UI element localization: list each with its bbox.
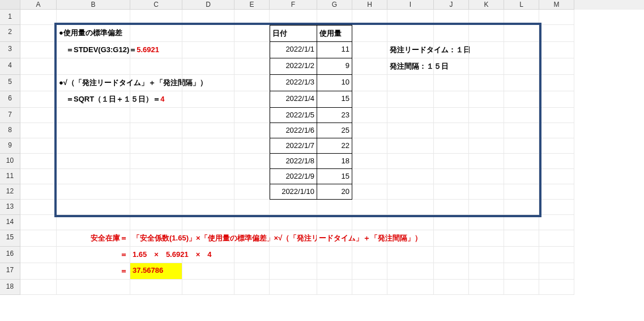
cell-D6[interactable] bbox=[182, 91, 234, 108]
cell-K13[interactable] bbox=[469, 200, 504, 215]
cell-C7[interactable] bbox=[130, 108, 182, 123]
safety-stock-label[interactable]: 安全在庫＝ bbox=[57, 230, 130, 247]
cell-J14[interactable] bbox=[434, 215, 469, 230]
cell-L14[interactable] bbox=[504, 215, 539, 230]
cell-L15[interactable] bbox=[504, 230, 539, 247]
cell-B2[interactable]: ●使用量の標準偏差 bbox=[57, 25, 130, 42]
cell-B13[interactable] bbox=[57, 200, 130, 215]
cell-D3[interactable] bbox=[182, 42, 234, 58]
cell-I17[interactable] bbox=[387, 263, 434, 280]
cell-I1[interactable] bbox=[387, 10, 434, 25]
cell-F18[interactable] bbox=[270, 280, 317, 295]
cell-L4[interactable] bbox=[504, 58, 539, 75]
cell-C12[interactable] bbox=[130, 184, 182, 200]
cell-I13[interactable] bbox=[387, 200, 434, 215]
cell-I5[interactable] bbox=[387, 75, 434, 91]
cell-M16[interactable] bbox=[539, 247, 574, 263]
cell-D10[interactable] bbox=[182, 154, 234, 169]
cell-C10[interactable] bbox=[130, 154, 182, 169]
cell-C2[interactable] bbox=[130, 25, 182, 42]
cell-M14[interactable] bbox=[539, 215, 574, 230]
cell-B1[interactable] bbox=[57, 10, 130, 25]
cell-K14[interactable] bbox=[469, 215, 504, 230]
cell-M2[interactable] bbox=[539, 25, 574, 42]
table-usage-row6[interactable]: 15 bbox=[317, 91, 352, 108]
table-usage-row5[interactable]: 10 bbox=[317, 75, 352, 91]
cell-J16[interactable] bbox=[434, 247, 469, 263]
cell-A5[interactable] bbox=[20, 75, 57, 91]
table-usage-row4[interactable]: 9 bbox=[317, 58, 352, 75]
col-header-L[interactable]: L bbox=[504, 0, 539, 10]
cell-L9[interactable] bbox=[504, 138, 539, 154]
cell-B8[interactable] bbox=[57, 123, 130, 138]
cell-E16[interactable] bbox=[234, 247, 270, 263]
cell-F17[interactable] bbox=[270, 263, 317, 280]
row-header-13[interactable]: 13 bbox=[0, 200, 20, 215]
cell-C18[interactable] bbox=[130, 280, 182, 295]
cell-E6[interactable] bbox=[234, 91, 270, 108]
row-header-14[interactable]: 14 bbox=[0, 215, 20, 230]
cell-D13[interactable] bbox=[182, 200, 234, 215]
cell-C1[interactable] bbox=[130, 10, 182, 25]
cell-J13[interactable] bbox=[434, 200, 469, 215]
cell-M10[interactable] bbox=[539, 154, 574, 169]
row-header-17[interactable]: 17 bbox=[0, 263, 20, 280]
cell-G17[interactable] bbox=[317, 263, 352, 280]
cell-I2[interactable] bbox=[387, 25, 434, 42]
cell-H6[interactable] bbox=[352, 91, 387, 108]
cell-A1[interactable] bbox=[20, 10, 57, 25]
cell-H1[interactable] bbox=[352, 10, 387, 25]
cell-C5[interactable] bbox=[130, 75, 182, 91]
equals-17[interactable]: ＝ bbox=[57, 263, 130, 280]
cell-A4[interactable] bbox=[20, 58, 57, 75]
col-header-K[interactable]: K bbox=[469, 0, 504, 10]
table-usage-row3[interactable]: 11 bbox=[317, 42, 352, 58]
cell-G1[interactable] bbox=[317, 10, 352, 25]
table-date-row6[interactable]: 2022/1/4 bbox=[270, 91, 317, 108]
cell-K2[interactable] bbox=[469, 25, 504, 42]
cell-J11[interactable] bbox=[434, 169, 469, 184]
cell-L13[interactable] bbox=[504, 200, 539, 215]
cell-G13[interactable] bbox=[317, 200, 352, 215]
cell-K12[interactable] bbox=[469, 184, 504, 200]
table-date-row8[interactable]: 2022/1/6 bbox=[270, 123, 317, 138]
cell-C4[interactable] bbox=[130, 58, 182, 75]
cell-I8[interactable] bbox=[387, 123, 434, 138]
cell-H10[interactable] bbox=[352, 154, 387, 169]
cell-E1[interactable] bbox=[234, 10, 270, 25]
cell-J9[interactable] bbox=[434, 138, 469, 154]
cell-D9[interactable] bbox=[182, 138, 234, 154]
cell-I16[interactable] bbox=[387, 247, 434, 263]
cell-E10[interactable] bbox=[234, 154, 270, 169]
cell-A17[interactable] bbox=[20, 263, 57, 280]
col-header-B[interactable]: B bbox=[57, 0, 130, 10]
cell-C13[interactable] bbox=[130, 200, 182, 215]
col-header-A[interactable]: A bbox=[20, 0, 57, 10]
table-date-row9[interactable]: 2022/1/7 bbox=[270, 138, 317, 154]
cell-B14[interactable] bbox=[57, 215, 130, 230]
cell-H2[interactable] bbox=[352, 25, 387, 42]
col-header-F[interactable]: F bbox=[270, 0, 317, 10]
cell-E12[interactable] bbox=[234, 184, 270, 200]
cell-A6[interactable] bbox=[20, 91, 57, 108]
cell-H17[interactable] bbox=[352, 263, 387, 280]
cell-K6[interactable] bbox=[469, 91, 504, 108]
cell-K7[interactable] bbox=[469, 108, 504, 123]
cell-B18[interactable] bbox=[57, 280, 130, 295]
table-usage-row10[interactable]: 18 bbox=[317, 154, 352, 169]
cell-A13[interactable] bbox=[20, 200, 57, 215]
cell-D16[interactable] bbox=[182, 247, 234, 263]
row-header-4[interactable]: 4 bbox=[0, 58, 20, 75]
cell-D4[interactable] bbox=[182, 58, 234, 75]
cell-M9[interactable] bbox=[539, 138, 574, 154]
cell-D8[interactable] bbox=[182, 123, 234, 138]
cell-A11[interactable] bbox=[20, 169, 57, 184]
cell-I11[interactable] bbox=[387, 169, 434, 184]
cell-L17[interactable] bbox=[504, 263, 539, 280]
cell-K17[interactable] bbox=[469, 263, 504, 280]
cell-I15[interactable] bbox=[387, 230, 434, 247]
row-header-12[interactable]: 12 bbox=[0, 184, 20, 200]
cell-I14[interactable] bbox=[387, 215, 434, 230]
cell-H11[interactable] bbox=[352, 169, 387, 184]
cell-E14[interactable] bbox=[234, 215, 270, 230]
